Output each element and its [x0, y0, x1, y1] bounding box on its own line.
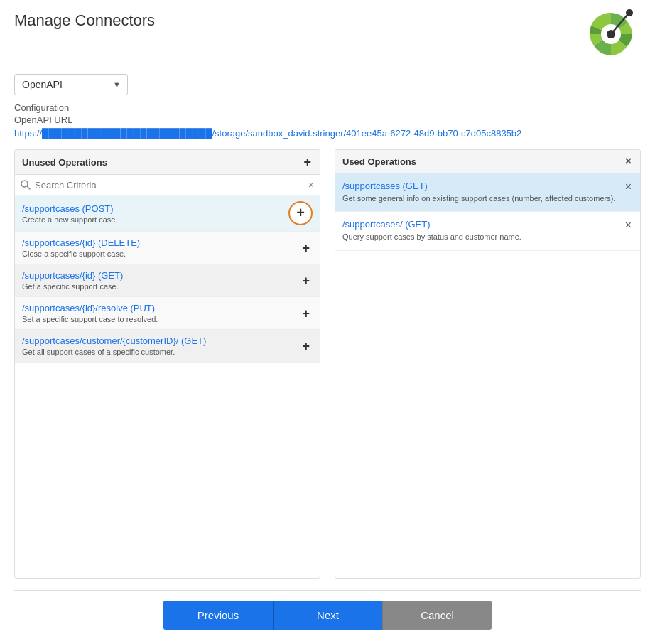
used-op-name: /supportcases (GET) [342, 181, 619, 191]
connector-select-wrapper: OpenAPI REST GraphQL [14, 74, 128, 95]
openapi-url[interactable]: https://██████████████████████████/stora… [14, 128, 521, 139]
svg-line-6 [27, 186, 30, 189]
operation-info: /supportcases (POST) Create a new suppor… [22, 203, 288, 224]
panels-row: Unused Operations + × /supportcases (POS… [14, 149, 641, 579]
used-op-desc: Query support cases by status and custom… [342, 232, 619, 242]
unused-operation-item: /supportcases/customer/{customerID}/ (GE… [15, 330, 320, 363]
openapi-url-label: OpenAPI URL [14, 114, 641, 125]
operation-info: /supportcases/{id} (GET) Get a specific … [22, 270, 299, 291]
operation-desc: Get a specific support case. [22, 282, 299, 291]
search-input[interactable] [35, 180, 304, 190]
used-panel-title: Used Operations [342, 156, 416, 167]
operation-info: /supportcases/{id}/resolve (PUT) Set a s… [22, 303, 299, 323]
next-button[interactable]: Next [273, 601, 382, 630]
operation-desc: Get all support cases of a specific cust… [22, 348, 299, 356]
unused-operation-item: /supportcases/{id}/resolve (PUT) Set a s… [15, 297, 320, 330]
svg-point-4 [626, 9, 633, 16]
add-operation-button[interactable]: + [299, 240, 313, 256]
plus-icon: + [296, 205, 305, 220]
search-icon [21, 180, 31, 190]
operation-name: /supportcases (POST) [22, 203, 288, 214]
page-container: Manage Connectors [0, 0, 655, 644]
add-operation-button[interactable]: + [299, 306, 313, 321]
used-operations-list: /supportcases (GET) Get some general inf… [335, 173, 640, 578]
logo [584, 11, 641, 64]
cancel-button[interactable]: Cancel [382, 601, 492, 630]
search-clear-button[interactable]: × [308, 179, 314, 190]
operation-desc: Set a specific support case to resolved. [22, 315, 299, 323]
remove-operation-button[interactable]: × [624, 181, 633, 193]
operation-info: /supportcases/customer/{customerID}/ (GE… [22, 336, 299, 356]
unused-panel-header: Unused Operations + [15, 150, 320, 175]
search-bar: × [15, 175, 320, 195]
operation-desc: Close a specific support case. [22, 249, 299, 258]
operation-name: /supportcases/customer/{customerID}/ (GE… [22, 336, 299, 346]
unused-operations-list: /supportcases (POST) Create a new suppor… [15, 195, 320, 578]
add-operation-button[interactable]: + [299, 338, 313, 354]
add-operation-circle-button[interactable]: + [288, 201, 313, 225]
used-operation-item: /supportcases (GET) Get some general inf… [335, 173, 640, 212]
used-panel-close-button[interactable]: × [624, 156, 633, 167]
add-operation-button[interactable]: + [299, 273, 313, 289]
unused-panel-add-button[interactable]: + [302, 156, 313, 168]
header-row: Manage Connectors [14, 11, 641, 64]
operation-name: /supportcases/{id}/resolve (PUT) [22, 303, 299, 313]
dropdown-row: OpenAPI REST GraphQL [14, 74, 641, 95]
page-title: Manage Connectors [14, 11, 155, 30]
used-op-info: /supportcases/ (GET) Query support cases… [342, 219, 619, 242]
footer-buttons: Previous Next Cancel [14, 590, 641, 644]
used-operation-item: /supportcases/ (GET) Query support cases… [335, 212, 640, 250]
config-section: Configuration OpenAPI URL https://██████… [14, 102, 641, 139]
operation-name: /supportcases/{id} (DELETE) [22, 237, 299, 248]
unused-operation-item: /supportcases/{id} (DELETE) Close a spec… [15, 232, 320, 264]
operation-name: /supportcases/{id} (GET) [22, 270, 299, 281]
unused-operation-item: /supportcases/{id} (GET) Get a specific … [15, 264, 320, 297]
config-label: Configuration [14, 102, 641, 113]
operation-info: /supportcases/{id} (DELETE) Close a spec… [22, 237, 299, 258]
used-op-info: /supportcases (GET) Get some general inf… [342, 181, 619, 204]
used-panel-header: Used Operations × [335, 150, 640, 173]
unused-operation-item: /supportcases (POST) Create a new suppor… [15, 195, 320, 232]
remove-operation-button[interactable]: × [624, 219, 633, 232]
used-op-desc: Get some general info on existing suppor… [342, 193, 619, 204]
previous-button[interactable]: Previous [163, 601, 273, 630]
operation-desc: Create a new support case. [22, 215, 288, 224]
unused-operations-panel: Unused Operations + × /supportcases (POS… [14, 149, 320, 579]
unused-panel-title: Unused Operations [22, 157, 107, 168]
used-operations-panel: Used Operations × /supportcases (GET) Ge… [335, 149, 641, 579]
connector-select[interactable]: OpenAPI REST GraphQL [14, 74, 128, 95]
used-op-name: /supportcases/ (GET) [342, 219, 619, 230]
